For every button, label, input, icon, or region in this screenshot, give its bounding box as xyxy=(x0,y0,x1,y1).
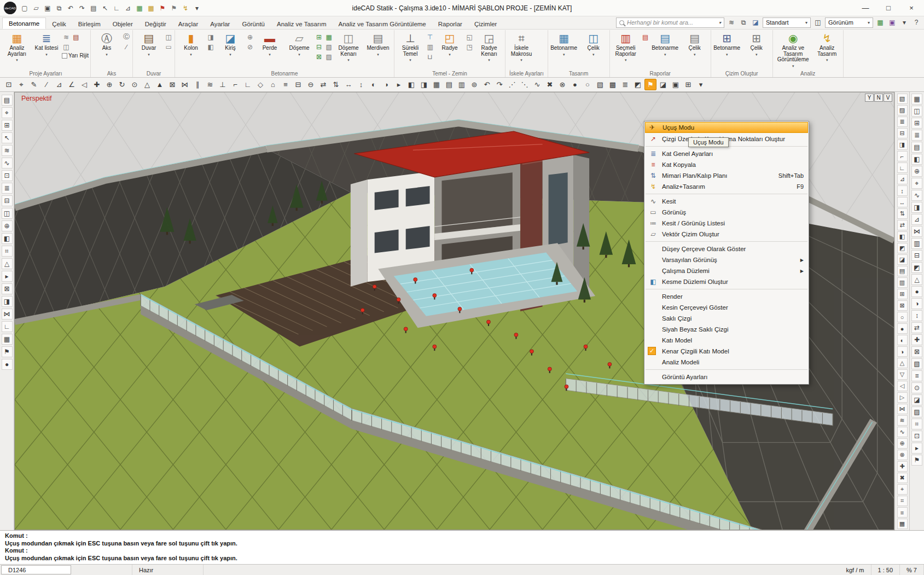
right-inner-tool-7-icon[interactable]: ∟ xyxy=(897,162,908,173)
left-tool-21-icon[interactable]: ⚑ xyxy=(2,346,13,357)
right-inner-tool-23-icon[interactable]: ◑ xyxy=(897,346,908,357)
edit-tool-29-icon[interactable]: ↕ xyxy=(355,79,367,90)
right-inner-tool-25-icon[interactable]: ▽ xyxy=(897,369,908,380)
edit-tool-55-icon[interactable]: ⊞ xyxy=(682,79,694,90)
right-inner-tool-38-icon[interactable]: ▦ xyxy=(897,519,908,529)
right-outer-tool-14-icon[interactable]: ⊟ xyxy=(911,250,922,261)
right-inner-tool-9-icon[interactable]: ↕ xyxy=(897,185,908,196)
viewport-nav-n-button[interactable]: N xyxy=(874,94,883,102)
right-inner-tool-24-icon[interactable]: △ xyxy=(897,358,908,368)
right-inner-tool-3-icon[interactable]: ≣ xyxy=(897,117,908,127)
menu-item-kesit[interactable]: ∿Kesit xyxy=(644,196,809,207)
edit-tool-13-icon[interactable]: ▲ xyxy=(154,79,166,90)
cizim-celik-button[interactable]: ⊞Çelik▾ xyxy=(742,30,771,69)
tasarim-betonarme-button[interactable]: ▦Betonarme▾ xyxy=(550,30,578,69)
right-outer-tool-3-icon[interactable]: ⊞ xyxy=(911,118,922,129)
menu-item-ucus-modu[interactable]: ✈ Uçuş Modu xyxy=(645,122,808,133)
more-caret-icon[interactable]: ▾ xyxy=(899,17,910,28)
right-inner-tool-1-icon[interactable]: ▧ xyxy=(897,94,908,104)
edit-tool-5-icon[interactable]: ⊿ xyxy=(53,79,65,90)
left-tool-17-icon[interactable]: ◨ xyxy=(2,296,13,307)
edit-tool-40-icon[interactable]: ↷ xyxy=(493,79,505,90)
edit-tool-25-icon[interactable]: ⊖ xyxy=(305,79,317,90)
small-tool-icon[interactable]: ▭ xyxy=(164,43,173,51)
flag-red-icon[interactable]: ⚑ xyxy=(157,3,168,14)
left-tool-7-icon[interactable]: ⊡ xyxy=(2,170,13,181)
grid-yellow-icon[interactable]: ▦ xyxy=(146,3,156,14)
right-inner-tool-2-icon[interactable]: ▨ xyxy=(897,105,908,115)
new-file-icon[interactable]: ▢ xyxy=(19,3,30,14)
right-inner-tool-20-icon[interactable]: ○ xyxy=(897,312,908,322)
edit-tool-31-icon[interactable]: ◑ xyxy=(380,79,392,90)
tab-ayarlar[interactable]: Ayarlar xyxy=(204,19,236,29)
menu-item-dusey-cerceve-olarak-goster[interactable]: Düşey Çerçeve Olarak Göster xyxy=(644,243,809,254)
dropdown-caret-icon[interactable]: ▾ xyxy=(191,3,202,14)
right-outer-tool-8-icon[interactable]: ⌖ xyxy=(911,178,922,189)
viewport-nav-v-button[interactable]: V xyxy=(884,94,892,102)
edit-tool-41-icon[interactable]: ⋰ xyxy=(506,79,518,90)
small-tool-icon[interactable]: ◫ xyxy=(164,33,173,41)
iskele-makrosu-button[interactable]: ⌗İskele Makrosu▾ xyxy=(507,30,536,69)
left-tool-12-icon[interactable]: ◧ xyxy=(2,233,13,244)
right-inner-tool-19-icon[interactable]: ⊠ xyxy=(897,300,908,311)
small-tool-icon[interactable]: ⊕ xyxy=(246,33,254,41)
menu-item-siyah-beyaz-sakli-cizgi[interactable]: Siyah Beyaz Saklı Çizgi xyxy=(644,324,809,335)
right-outer-tool-26-icon[interactable]: ◪ xyxy=(911,394,922,405)
lightning-icon[interactable]: ↯ xyxy=(180,3,191,14)
edit-tool-3-icon[interactable]: ✎ xyxy=(28,79,40,90)
edit-tool-50-icon[interactable]: ≣ xyxy=(619,79,631,90)
open-file-icon[interactable]: ▱ xyxy=(31,3,42,14)
right-outer-tool-12-icon[interactable]: ⋈ xyxy=(911,226,922,237)
merdiven-button[interactable]: ▤Merdiven▾ xyxy=(364,30,392,69)
analiz-goruntuleme-button[interactable]: ◉Analiz ve Tasarım Görüntüleme▾ xyxy=(775,30,812,69)
left-tool-14-icon[interactable]: △ xyxy=(2,258,13,269)
kat-listesi-button[interactable]: ≣Kat listesi▾ xyxy=(32,30,61,69)
search-input[interactable]: Herhangi bir komut ara... ▾ xyxy=(616,18,724,28)
edit-tool-11-icon[interactable]: ⊙ xyxy=(129,79,141,90)
search-caret-icon[interactable]: ▾ xyxy=(719,20,721,25)
small-tool-icon[interactable]: ⊔ xyxy=(426,53,434,61)
right-outer-tool-24-icon[interactable]: ≡ xyxy=(911,370,922,381)
right-outer-tool-11-icon[interactable]: ⊿ xyxy=(911,214,922,225)
right-outer-tool-28-icon[interactable]: ⌗ xyxy=(911,419,922,429)
menu-item-sakli-cizgi[interactable]: Saklı Çizgi xyxy=(644,313,809,324)
left-tool-15-icon[interactable]: ▸ xyxy=(2,271,13,282)
right-outer-tool-27-icon[interactable]: ▨ xyxy=(911,406,922,417)
right-outer-tool-19-icon[interactable]: ↕ xyxy=(911,310,922,321)
menu-item-kesin-cerceveyi-goster[interactable]: Kesin Çerçeveyi Göster xyxy=(644,302,809,313)
edit-tool-44-icon[interactable]: ✖ xyxy=(544,79,556,90)
small-tool-icon[interactable]: ▤ xyxy=(641,33,650,41)
edit-tool-16-icon[interactable]: ∥ xyxy=(191,79,204,90)
layers-icon[interactable]: ≋ xyxy=(726,17,737,28)
status-unit[interactable]: kgf / m xyxy=(839,565,871,575)
tab-betonarme[interactable]: Betonarme xyxy=(2,18,46,29)
right-outer-tool-7-icon[interactable]: ⊕ xyxy=(911,166,922,177)
left-tool-3-icon[interactable]: ⊞ xyxy=(2,120,13,131)
right-outer-tool-2-icon[interactable]: ◫ xyxy=(911,106,922,117)
edit-tool-47-icon[interactable]: ○ xyxy=(582,79,594,90)
right-outer-tool-16-icon[interactable]: △ xyxy=(911,274,922,285)
app-logo[interactable]: ideCAD xyxy=(4,2,16,14)
print-icon[interactable]: ▤ xyxy=(88,3,99,14)
small-tool-icon[interactable]: ⊞ xyxy=(315,33,323,41)
right-outer-tool-18-icon[interactable]: ◑ xyxy=(911,298,922,309)
edit-tool-8-icon[interactable]: ✚ xyxy=(91,79,103,90)
right-inner-tool-14-icon[interactable]: ◩ xyxy=(897,243,908,253)
duvar-button[interactable]: ▤Duvar▾ xyxy=(135,30,163,69)
small-tool-icon[interactable]: ◱ xyxy=(465,33,474,41)
level-icon[interactable]: ⊿ xyxy=(123,3,133,14)
right-inner-tool-17-icon[interactable]: ▥ xyxy=(897,277,908,288)
small-tool-icon[interactable]: ◨ xyxy=(206,33,215,41)
edit-tool-27-icon[interactable]: ⇅ xyxy=(330,79,342,90)
tab-degistir[interactable]: Değiştir xyxy=(139,19,172,29)
stack-icon[interactable]: ⧉ xyxy=(738,17,749,28)
edit-tool-18-icon[interactable]: ⊥ xyxy=(217,79,229,90)
status-zoom[interactable]: % 7 xyxy=(900,565,924,575)
right-inner-tool-26-icon[interactable]: ◁ xyxy=(897,381,908,391)
menu-item-gorunus[interactable]: ▭Görünüş xyxy=(644,207,809,218)
edit-tool-9-icon[interactable]: ⊕ xyxy=(103,79,115,90)
right-inner-tool-33-icon[interactable]: ✚ xyxy=(897,461,908,472)
edit-tool-33-icon[interactable]: ◧ xyxy=(405,79,417,90)
edit-tool-43-icon[interactable]: ∿ xyxy=(531,79,543,90)
edit-tool-14-icon[interactable]: ⊠ xyxy=(166,79,178,90)
